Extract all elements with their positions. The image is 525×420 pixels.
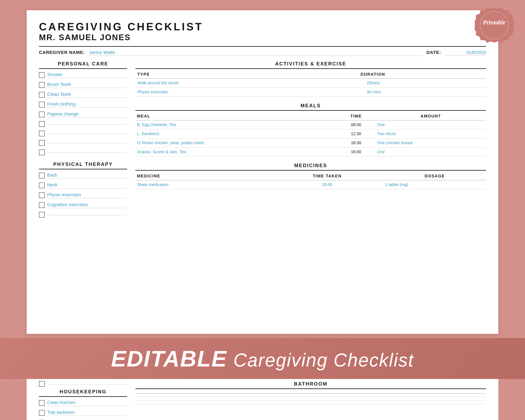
svg-text:Printable: Printable [483, 19, 506, 26]
meal-name: L: Sandwich [135, 129, 337, 139]
checkbox[interactable] [39, 121, 45, 127]
checkbox[interactable] [39, 400, 45, 406]
checkbox[interactable] [39, 149, 45, 155]
col-dosage: DOSAGE [384, 174, 486, 180]
bathroom-section: BATHROOM [135, 381, 486, 420]
col-meal: MEAL [135, 114, 337, 120]
meals-divider [135, 110, 486, 111]
meal-name: Snacks: Scone & Jam, Tea [135, 148, 337, 157]
list-item: Fresh clothing [39, 102, 127, 108]
list-item [39, 381, 127, 387]
medicines-divider [135, 170, 486, 171]
list-item: Back [39, 172, 127, 179]
meal-time: 16:00 [337, 148, 375, 157]
checkbox[interactable] [39, 112, 45, 117]
personal-care-title: PERSONAL CARE [39, 61, 127, 67]
list-item: Pajama change [39, 111, 127, 118]
table-row: Walk around the street 20mins [135, 79, 486, 88]
bottom-columns: HOUSEKEEPING Clean Kitchen Tidy bedroom … [39, 381, 486, 416]
checklist-text: Neck [47, 182, 127, 188]
checklist-text: Fresh clothing [47, 102, 127, 108]
blank-line [47, 124, 127, 124]
blank-line [47, 214, 127, 215]
activities-section: ACTIVITIES & EXERCISE TYPE DURATION Walk… [135, 61, 486, 97]
checkbox[interactable] [39, 212, 45, 218]
meal-time: 18:30 [337, 139, 375, 148]
right-column: ACTIVITIES & EXERCISE TYPE DURATION Walk… [135, 61, 486, 221]
col-type: TYPE [135, 72, 361, 79]
col-duration: DURATION [361, 72, 486, 79]
list-item [39, 140, 127, 146]
editable-banner: EDITABLE Caregiving Checklist [0, 338, 525, 379]
main-document: CAREGIVING CHECKLIST MR. SAMUEL JONES CA… [27, 10, 498, 334]
list-item: Tidy bedroom [39, 410, 127, 416]
activity-duration: 30 mins [361, 88, 486, 97]
caregiver-row: CAREGIVER NAME: Janice Wallis DATE: 31/8… [39, 50, 486, 56]
checkbox[interactable] [39, 131, 45, 136]
list-item: Brush Teeth [39, 82, 127, 88]
list-item: Shower [39, 72, 127, 78]
checkbox[interactable] [39, 82, 45, 88]
checkbox[interactable] [39, 183, 45, 188]
blank-line [47, 383, 127, 384]
checkbox[interactable] [39, 381, 45, 387]
doc-header: CAREGIVING CHECKLIST MR. SAMUEL JONES [39, 20, 486, 42]
checkbox[interactable] [39, 410, 45, 416]
meals-title: MEALS [135, 103, 486, 109]
activities-divider [135, 68, 486, 69]
checkbox[interactable] [39, 92, 45, 98]
checkbox[interactable] [39, 202, 45, 208]
checkbox[interactable] [39, 102, 45, 107]
meal-amount: One chicken breast [375, 139, 486, 148]
bathroom-divider [135, 388, 486, 389]
table-row [135, 401, 486, 404]
checklist-text: Shower [47, 72, 127, 78]
bathroom-cell [369, 401, 486, 404]
bathroom-cell [252, 393, 369, 397]
col-amount: AMOUNT [375, 114, 486, 120]
bottom-document: HOUSEKEEPING Clean Kitchen Tidy bedroom … [27, 377, 498, 420]
table-row [135, 397, 486, 401]
physical-therapy-title: PHYSICAL THERAPY [39, 161, 127, 167]
banner-text: EDITABLE Caregiving Checklist [111, 345, 414, 372]
table-row: L: Sandwich 12:30 Two slices [135, 129, 486, 139]
list-item [39, 212, 127, 218]
checklist-text: Pajama change [47, 111, 127, 118]
bathroom-table [135, 392, 486, 404]
col-time-taken: TIME TAKEN [271, 174, 384, 180]
meal-name: B: Egg Omelette, Tea [135, 120, 337, 129]
checkbox[interactable] [39, 173, 45, 178]
checkbox[interactable] [39, 72, 45, 78]
bathroom-cell [135, 401, 252, 404]
checkbox[interactable] [39, 192, 45, 198]
housekeeping-section: HOUSEKEEPING Clean Kitchen Tidy bedroom … [39, 381, 127, 420]
medicines-table: MEDICINE TIME TAKEN DOSAGE Sleep medicat… [135, 174, 486, 189]
bathroom-cell [135, 397, 252, 401]
checklist-text: Cognative exercises [47, 202, 127, 208]
bathroom-title: BATHROOM [135, 381, 486, 387]
checkbox[interactable] [39, 140, 45, 146]
blank-line [47, 133, 127, 134]
main-columns: PERSONAL CARE Shower Brush Teeth Clean T… [39, 61, 486, 221]
medicine-time: 20:00 [271, 180, 384, 189]
meals-section: MEALS MEAL TIME AMOUNT B: Egg Omelette, … [135, 103, 486, 157]
checklist-text: Clean Kitchen [47, 400, 127, 406]
meal-amount: One [375, 120, 486, 129]
physical-therapy-divider [39, 169, 127, 169]
bathroom-cell [369, 397, 486, 401]
table-row: Physio exercises 30 mins [135, 88, 486, 97]
blank-line [47, 142, 127, 143]
table-row: B: Egg Omelette, Tea 08:00 One [135, 120, 486, 129]
meals-table: MEAL TIME AMOUNT B: Egg Omelette, Tea 08… [135, 114, 486, 157]
bathroom-cell [135, 393, 252, 397]
list-item [39, 131, 127, 136]
date-label: DATE: [426, 50, 441, 55]
doc-title: CAREGIVING CHECKLIST [39, 20, 486, 33]
list-item: Physio exercises [39, 192, 127, 198]
list-item: Neck [39, 182, 127, 188]
table-row: Snacks: Scone & Jam, Tea 16:00 One [135, 148, 486, 157]
checklist-text: Physio exercises [47, 192, 127, 198]
header-divider [39, 46, 486, 47]
table-row: D: Roast chicken, peas, potato mash 18:3… [135, 139, 486, 148]
personal-care-section: PERSONAL CARE Shower Brush Teeth Clean T… [39, 61, 127, 155]
